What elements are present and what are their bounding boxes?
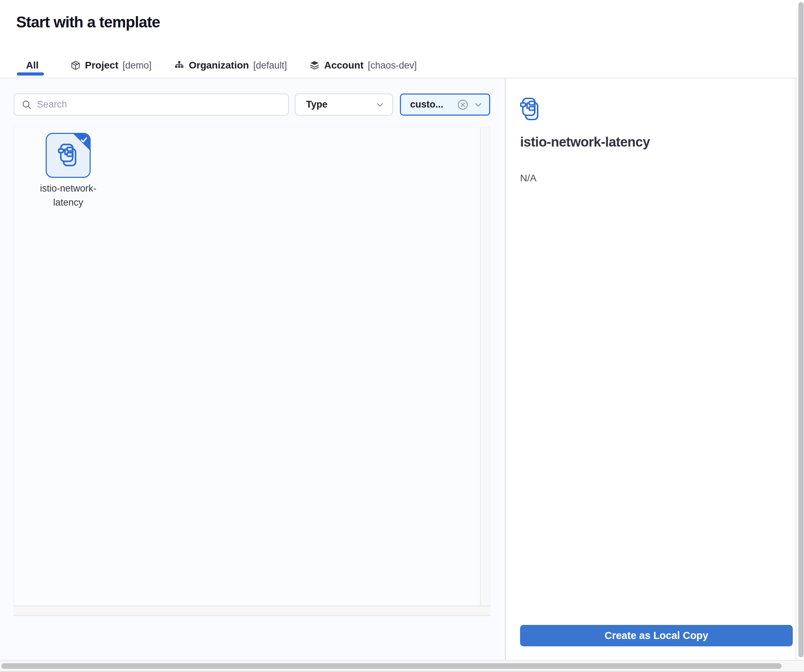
tab-all-label: All (26, 60, 39, 71)
organization-hierarchy-icon (174, 60, 185, 70)
tab-organization-scope: [default] (253, 60, 287, 71)
template-details-panel: istio-network-latency N/A Create as Loca… (505, 78, 796, 660)
active-filter-label: custo... (410, 99, 457, 110)
chevron-down-icon (474, 100, 483, 109)
page-vertical-scrollbar (796, 0, 804, 660)
chevron-down-icon (375, 100, 384, 109)
create-as-local-copy-button[interactable]: Create as Local Copy (520, 625, 793, 646)
tab-project[interactable]: Project [demo] (70, 60, 152, 71)
template-card-name: istio-network-latency (26, 181, 110, 209)
grid-vertical-scrollbar[interactable] (480, 127, 490, 606)
grid-horizontal-scrollbar[interactable] (14, 606, 490, 616)
page-horizontal-scrollbar (0, 660, 804, 672)
template-details-description: N/A (520, 173, 537, 184)
tab-account-label: Account (324, 60, 363, 71)
search-icon (21, 100, 32, 110)
page-title: Start with a template (16, 13, 160, 31)
account-layers-icon (309, 60, 320, 70)
project-cube-icon (70, 60, 81, 70)
template-details-title: istio-network-latency (520, 135, 650, 150)
search-input[interactable] (37, 99, 281, 110)
tab-project-scope: [demo] (123, 60, 152, 71)
tab-project-label: Project (85, 60, 118, 71)
template-card-selected[interactable] (46, 133, 91, 178)
tab-organization[interactable]: Organization [default] (174, 60, 287, 71)
tab-account[interactable]: Account [chaos-dev] (309, 60, 417, 71)
tab-organization-label: Organization (189, 60, 249, 71)
template-browser-panel: Type custo... (0, 78, 505, 660)
scope-tabbar: All Project [demo] Organization [default… (17, 56, 417, 75)
search-box (14, 93, 289, 116)
vertical-scrollbar-thumb[interactable] (798, 2, 804, 657)
check-icon (80, 136, 88, 144)
horizontal-scrollbar-thumb[interactable] (2, 663, 781, 669)
active-filter-dropdown[interactable]: custo... (400, 93, 490, 116)
type-filter-dropdown[interactable]: Type (295, 93, 393, 116)
tab-all[interactable]: All (17, 60, 48, 71)
type-filter-label: Type (306, 99, 375, 110)
clear-filter-icon[interactable] (457, 99, 469, 111)
active-tab-indicator (17, 72, 44, 75)
tab-account-scope: [chaos-dev] (368, 60, 417, 71)
template-stack-icon (520, 96, 541, 123)
template-grid: istio-network-latency (14, 127, 490, 616)
